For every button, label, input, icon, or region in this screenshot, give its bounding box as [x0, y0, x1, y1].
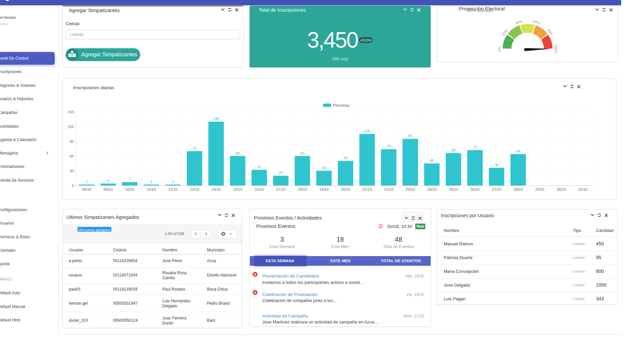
svg-text:60: 60: [235, 151, 239, 155]
svg-text:50: 50: [343, 156, 347, 160]
svg-text:60: 60: [300, 151, 304, 155]
svg-text:30: 30: [322, 166, 326, 170]
svg-text:22/10: 22/10: [384, 187, 393, 191]
svg-text:15/10: 15/10: [233, 187, 243, 191]
svg-text:66: 66: [451, 148, 455, 152]
svg-text:13/10: 13/10: [190, 187, 199, 191]
svg-text:25/10: 25/10: [449, 187, 458, 191]
svg-text:14/10: 14/10: [211, 187, 221, 191]
svg-text:20/10: 20/10: [341, 187, 350, 191]
svg-text:72: 72: [473, 145, 477, 149]
svg-text:17/10: 17/10: [276, 187, 285, 191]
svg-text:30/10: 30/10: [557, 187, 566, 191]
svg-text:31/10: 31/10: [578, 187, 588, 191]
svg-text:70: 70: [193, 146, 197, 150]
svg-text:0: 0: [72, 184, 74, 188]
svg-text:95: 95: [408, 134, 412, 138]
svg-text:45: 45: [430, 159, 434, 163]
svg-text:23/10: 23/10: [406, 187, 415, 191]
svg-text:130: 130: [213, 117, 219, 121]
svg-text:11/10: 11/10: [147, 187, 156, 191]
svg-text:105: 105: [364, 129, 370, 133]
svg-text:19/10: 19/10: [319, 187, 329, 191]
svg-text:90: 90: [70, 139, 74, 143]
svg-text:7: 7: [129, 177, 131, 181]
svg-text:2: 2: [172, 180, 174, 184]
svg-text:36: 36: [494, 163, 498, 167]
svg-text:2: 2: [86, 180, 88, 184]
svg-text:21/10: 21/10: [363, 187, 372, 191]
svg-text:10/10: 10/10: [125, 187, 135, 191]
svg-text:60: 60: [70, 154, 74, 158]
svg-text:30: 30: [70, 169, 74, 173]
svg-text:32: 32: [257, 165, 261, 169]
svg-text:24/10: 24/10: [427, 187, 437, 191]
svg-text:29/10: 29/10: [535, 187, 544, 191]
svg-text:2: 2: [150, 180, 152, 184]
svg-text:20: 20: [279, 171, 283, 175]
svg-text:28/10: 28/10: [514, 187, 523, 191]
svg-text:08/10: 08/10: [82, 187, 91, 191]
svg-text:27/10: 27/10: [492, 187, 501, 191]
svg-text:150: 150: [68, 110, 74, 114]
svg-text:74: 74: [387, 144, 391, 148]
svg-text:120: 120: [68, 125, 74, 129]
svg-text:16/10: 16/10: [255, 187, 264, 191]
svg-text:12/10: 12/10: [168, 187, 178, 191]
svg-text:18/10: 18/10: [298, 187, 307, 191]
svg-text:4: 4: [107, 179, 109, 183]
svg-text:64: 64: [516, 149, 520, 153]
svg-text:09/10: 09/10: [104, 187, 113, 191]
svg-text:26/10: 26/10: [470, 187, 480, 191]
